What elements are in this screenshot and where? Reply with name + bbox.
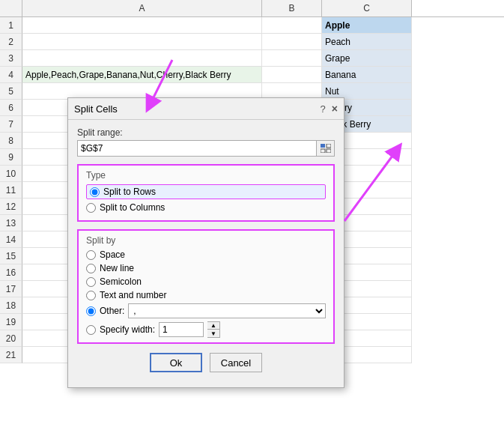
spinner-down-button[interactable]: ▼ — [207, 330, 219, 337]
cell-c3[interactable]: Grape — [322, 50, 412, 67]
cell-b1[interactable] — [262, 17, 322, 34]
split-to-rows-row: Split to Rows — [86, 184, 326, 199]
split-to-columns-label: Split to Columns — [100, 202, 165, 213]
newline-radio[interactable] — [86, 264, 96, 273]
dialog-title: Split Cells — [74, 103, 118, 115]
col-header-b: B — [262, 0, 322, 16]
other-radio[interactable] — [86, 306, 96, 316]
row-15: 15 — [0, 248, 22, 264]
table-row: Apple,Peach,Grape,Banana,Nut,Cherry,Blac… — [22, 67, 412, 83]
row-21: 21 — [0, 347, 22, 363]
cancel-button[interactable]: Cancel — [210, 353, 262, 372]
row-10: 10 — [0, 166, 22, 182]
text-number-label: Text and number — [100, 290, 166, 300]
svg-rect-3 — [327, 149, 331, 153]
cell-a3[interactable] — [22, 50, 262, 67]
close-button[interactable]: × — [332, 103, 338, 115]
split-by-label: Split by — [86, 235, 326, 246]
ok-button[interactable]: Ok — [150, 353, 202, 372]
table-row: Apple — [22, 17, 412, 34]
cell-b3[interactable] — [262, 50, 322, 67]
other-label: Other: — [100, 306, 124, 316]
row-14: 14 — [0, 231, 22, 248]
row-17: 17 — [0, 281, 22, 297]
split-range-label: Split range: — [77, 127, 335, 138]
row-8: 8 — [0, 133, 22, 149]
split-to-rows-radio[interactable] — [90, 187, 100, 197]
svg-rect-2 — [327, 144, 331, 148]
row-13: 13 — [0, 215, 22, 231]
dialog-titlebar: Split Cells ? × — [68, 98, 344, 120]
row-9: 9 — [0, 149, 22, 166]
split-to-columns-row: Split to Columns — [86, 202, 326, 213]
row-3: 3 — [0, 50, 22, 67]
cell-c4[interactable]: Banana — [322, 67, 412, 83]
semicolon-label: Semicolon — [100, 276, 142, 287]
range-selector-button[interactable] — [317, 140, 335, 157]
row-5: 5 — [0, 83, 22, 100]
row-18: 18 — [0, 297, 22, 314]
row-7: 7 — [0, 116, 22, 133]
semicolon-row: Semicolon — [86, 276, 326, 287]
newline-label: New line — [100, 263, 134, 273]
text-number-radio[interactable] — [86, 291, 96, 300]
cell-c1[interactable]: Apple — [322, 17, 412, 34]
dialog-controls: ? × — [321, 103, 338, 115]
split-by-section: Split by Space New line Semicolon Text a… — [77, 229, 335, 344]
spinner-up-button[interactable]: ▲ — [207, 322, 219, 330]
row-2: 2 — [0, 34, 22, 50]
row-1: 1 — [0, 17, 22, 34]
row-20: 20 — [0, 330, 22, 347]
type-section: Type Split to Rows Split to Columns — [77, 164, 335, 222]
other-row: Other: , — [86, 303, 326, 318]
svg-rect-1 — [321, 149, 325, 153]
row-11: 11 — [0, 182, 22, 199]
corner-cell — [0, 0, 22, 16]
cell-b2[interactable] — [262, 34, 322, 50]
split-to-columns-radio[interactable] — [86, 203, 96, 213]
space-row: Space — [86, 249, 326, 260]
split-cells-dialog: Split Cells ? × Split range: — [67, 97, 344, 388]
cell-c2[interactable]: Peach — [322, 34, 412, 50]
cell-a1[interactable] — [22, 17, 262, 34]
dialog-body: Split range: Type Split to — [68, 120, 344, 387]
table-row: Grape — [22, 50, 412, 67]
dialog-buttons: Ok Cancel — [77, 353, 335, 380]
specify-width-radio[interactable] — [86, 325, 96, 335]
spreadsheet: A B C 1 2 3 4 5 6 7 8 9 10 11 12 13 14 1… — [0, 0, 504, 427]
col-header-a: A — [22, 0, 262, 16]
row-12: 12 — [0, 199, 22, 215]
split-to-rows-label: Split to Rows — [103, 187, 156, 197]
width-input[interactable] — [159, 322, 204, 337]
table-row: Peach — [22, 34, 412, 50]
other-select[interactable]: , — [128, 303, 326, 318]
cell-b4[interactable] — [262, 67, 322, 83]
space-label: Space — [100, 249, 125, 260]
spinner-buttons: ▲ ▼ — [207, 321, 220, 338]
row-4: 4 — [0, 67, 22, 83]
split-range-input[interactable] — [77, 140, 317, 157]
row-6: 6 — [0, 100, 22, 116]
text-number-row: Text and number — [86, 290, 326, 300]
help-button[interactable]: ? — [321, 103, 326, 115]
semicolon-radio[interactable] — [86, 277, 96, 287]
cell-a4[interactable]: Apple,Peach,Grape,Banana,Nut,Cherry,Blac… — [22, 67, 262, 83]
row-16: 16 — [0, 264, 22, 281]
space-radio[interactable] — [86, 250, 96, 260]
row-numbers: 1 2 3 4 5 6 7 8 9 10 11 12 13 14 15 16 1… — [0, 17, 22, 363]
col-header-c: C — [322, 0, 412, 16]
cell-a2[interactable] — [22, 34, 262, 50]
newline-row: New line — [86, 263, 326, 273]
type-label: Type — [86, 170, 326, 181]
col-headers: A B C — [0, 0, 504, 17]
svg-rect-0 — [321, 144, 325, 148]
split-range-row — [77, 140, 335, 157]
row-19: 19 — [0, 314, 22, 330]
specify-width-row: Specify width: ▲ ▼ — [86, 321, 326, 338]
specify-width-label: Specify width: — [100, 324, 155, 335]
